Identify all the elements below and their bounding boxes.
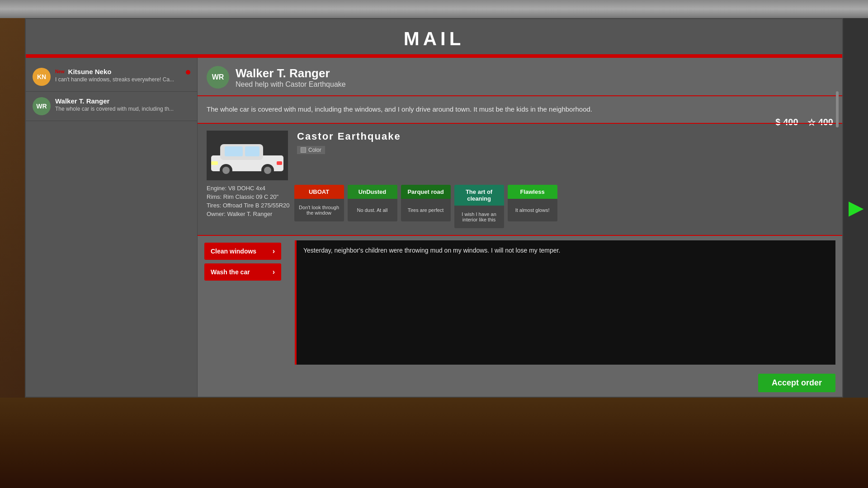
color-label: Color [308, 147, 321, 153]
mail-header: MAIL [26, 19, 842, 54]
badge-undusted-title: UnDusted [348, 185, 397, 199]
svg-point-7 [264, 167, 271, 174]
mail-title: MAIL [404, 28, 465, 49]
right-arrow-icon: ▶ [849, 197, 863, 218]
accept-order-button[interactable]: Accept order [758, 374, 835, 392]
detail-body: The whole car is covered with mud, inclu… [198, 96, 842, 124]
car-details-row: Engine: V8 DOHC 4x4 Rims: Rim Classic 09… [207, 185, 833, 228]
car-card-inner: Castor Earthquake Color $ 400 [207, 131, 833, 180]
car-spec-owner: Owner: Walker T. Ranger [207, 211, 290, 217]
badge-art-cleaning: The art of cleaning I wish I have an int… [454, 185, 504, 228]
mail-item-header-walker: Walker T. Ranger [55, 97, 190, 105]
task-wash-car-label: Wash the car [211, 268, 250, 276]
badge-undusted: UnDusted No dust. At all [348, 185, 397, 228]
header-divider [26, 54, 842, 58]
badge-flawless-desc: It almost glows! [508, 199, 557, 221]
mail-item-kitsune[interactable]: KN New Kitsune Neko I can't handle windo… [26, 62, 197, 92]
car-specs: Engine: V8 DOHC 4x4 Rims: Rim Classic 09… [207, 185, 290, 219]
color-badge: Color [297, 146, 325, 154]
mail-list: KN New Kitsune Neko I can't handle windo… [26, 58, 198, 397]
mail-detail: WR Walker T. Ranger Need help with Casto… [198, 58, 842, 397]
svg-rect-8 [211, 161, 218, 165]
sender-name-walker: Walker T. Ranger [55, 97, 109, 105]
car-spec-tires: Tires: Offroad Tire B 275/55R20 [207, 202, 290, 209]
car-image-area [207, 131, 288, 180]
scroll-indicator[interactable] [836, 91, 839, 127]
car-name: Castor Earthquake [297, 131, 401, 142]
task-wash-car-chevron: › [273, 268, 275, 276]
detail-sender-name: Walker T. Ranger [236, 66, 346, 80]
color-swatch [301, 147, 306, 153]
detail-body-text: The whole car is covered with mud, inclu… [207, 104, 833, 115]
accept-btn-area: Accept order [198, 369, 842, 397]
avatar-walker: WR [33, 97, 51, 115]
mail-item-info-kitsune: New Kitsune Neko I can't handle windows,… [55, 68, 181, 83]
avatar-kitsune: KN [33, 68, 51, 86]
notes-content: Yesterday, neighbor's children were thro… [295, 240, 835, 365]
achievement-badges: UBOAT Don't look through the window UnDu… [294, 185, 833, 228]
mail-item-walker[interactable]: WR Walker T. Ranger The whole car is cov… [26, 92, 197, 121]
badge-flawless: Flawless It almost glows! [508, 185, 557, 228]
badge-flawless-title: Flawless [508, 185, 557, 199]
detail-avatar: WR [207, 66, 229, 89]
badge-uboat-desc: Don't look through the window [294, 199, 344, 221]
mail-content-area: KN New Kitsune Neko I can't handle windo… [26, 58, 842, 397]
svg-rect-2 [225, 146, 243, 156]
badge-art-cleaning-desc: I wish I have an interior like this [454, 206, 504, 228]
badge-art-cleaning-title: The art of cleaning [454, 185, 504, 206]
new-badge-kitsune: New [55, 69, 65, 74]
ceiling-bg [0, 0, 868, 18]
detail-subject: Need help with Castor Earthquake [236, 80, 346, 89]
car-image-svg [209, 135, 286, 176]
notes-panel: Yesterday, neighbor's children were thro… [288, 236, 842, 370]
task-clean-windows-label: Clean windows [211, 248, 256, 255]
tasks-panel: Clean windows › Wash the car › [198, 236, 288, 370]
svg-rect-3 [245, 146, 259, 156]
badge-undusted-desc: No dust. At all [348, 199, 397, 221]
car-spec-engine: Engine: V8 DOHC 4x4 [207, 185, 290, 192]
task-wash-car-button[interactable]: Wash the car › [204, 263, 281, 281]
detail-sender-info: Walker T. Ranger Need help with Castor E… [236, 66, 346, 89]
mail-preview-kitsune: I can't handle windows, streaks everywhe… [55, 76, 181, 83]
task-clean-windows-chevron: › [273, 247, 275, 255]
svg-point-5 [222, 167, 230, 174]
notes-text: Yesterday, neighbor's children were thro… [303, 247, 560, 254]
badge-uboat-title: UBOAT [294, 185, 344, 199]
badge-parquet: Parquet road Tires are perfect [401, 185, 451, 228]
mail-panel: MAIL KN New Kitsune Neko I can't handle … [25, 18, 843, 398]
car-card: Castor Earthquake Color $ 400 [198, 124, 842, 236]
sender-name-kitsune: Kitsune Neko [68, 68, 112, 75]
bottom-section: Clean windows › Wash the car › Yesterday… [198, 236, 842, 370]
mail-preview-walker: The whole car is covered with mud, inclu… [55, 106, 190, 112]
badge-parquet-title: Parquet road [401, 185, 451, 199]
right-panel: ▶ [843, 18, 868, 398]
mail-item-info-walker: Walker T. Ranger The whole car is covere… [55, 97, 190, 112]
svg-rect-9 [277, 161, 282, 165]
badge-parquet-desc: Tires are perfect [401, 199, 451, 221]
car-spec-rims: Rims: Rim Classic 09 C 20" [207, 193, 290, 200]
task-clean-windows-button[interactable]: Clean windows › [204, 243, 281, 260]
detail-sender-header: WR Walker T. Ranger Need help with Casto… [198, 58, 842, 96]
mail-item-header-kitsune: New Kitsune Neko [55, 68, 181, 75]
badge-uboat: UBOAT Don't look through the window [294, 185, 344, 228]
bottom-wood [0, 398, 868, 488]
unread-dot-kitsune [186, 70, 190, 75]
car-info-area: Castor Earthquake Color $ 400 [297, 131, 833, 158]
